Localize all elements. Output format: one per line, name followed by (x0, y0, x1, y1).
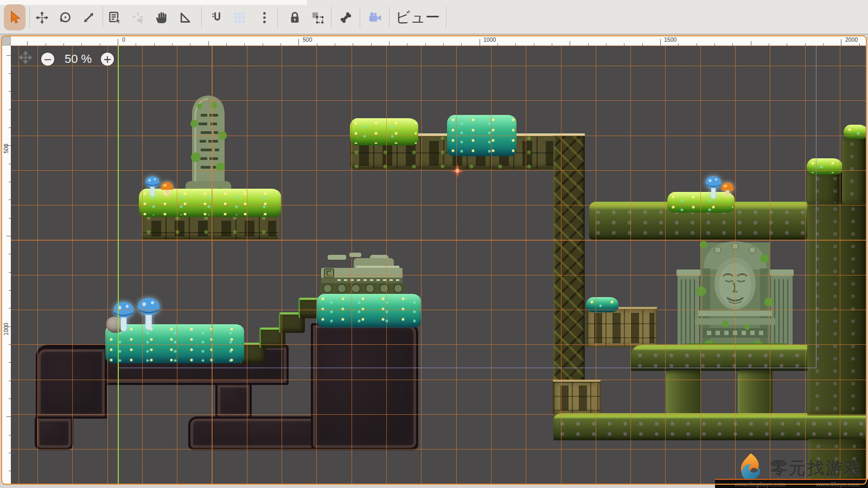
toolbar-separator (103, 7, 103, 28)
zoom-out-button[interactable]: − (41, 53, 54, 66)
ruler-label: 1500 (664, 36, 676, 43)
tile-grass-cap[interactable] (844, 125, 867, 139)
ruler-tick (208, 41, 209, 46)
vertical-ruler: 5001000 (2, 46, 11, 484)
toolbar-separator (331, 7, 331, 28)
scene-bounds-guide-horizontal (118, 368, 816, 368)
view-menu-button[interactable]: ビュー (392, 3, 444, 31)
set-square-icon (178, 10, 193, 25)
rotate-tool-button[interactable] (54, 4, 76, 30)
grid-snap-tool-button[interactable] (228, 4, 250, 30)
tile-grass-cap-green[interactable] (350, 118, 418, 145)
tile-far-right-column[interactable] (842, 137, 867, 204)
ruler-tick (118, 39, 118, 46)
ruler-tick (660, 39, 661, 46)
blue-mushroom[interactable] (143, 175, 162, 197)
magnet-snap-tool-button[interactable] (206, 4, 228, 30)
arrange-transform-tool-button[interactable] (307, 4, 328, 30)
ruler-label: 500 (303, 36, 312, 43)
toolbar-separator (446, 7, 446, 28)
toolbar-separator (29, 7, 30, 28)
grid-icon-disabled (232, 10, 247, 25)
movie-camera-icon (368, 10, 382, 25)
toolbar-separator (277, 7, 278, 28)
tile-far-right-step[interactable] (807, 171, 843, 204)
tile-grass-cap[interactable] (807, 158, 843, 175)
orange-mushroom[interactable] (720, 180, 735, 198)
stone-face-statue[interactable] (676, 237, 794, 352)
scene-bounds-guide-vertical (816, 46, 816, 368)
move-arrows-icon (35, 10, 49, 25)
tile-grass-tuft[interactable] (586, 297, 618, 312)
origin-guide-line (118, 46, 119, 484)
camera-preview-tool-button[interactable] (364, 4, 386, 30)
magnet-icon (210, 10, 225, 25)
ruler-tick (841, 39, 841, 46)
scale-tool-button[interactable] (78, 4, 99, 30)
tile-upper-bridge[interactable] (631, 345, 812, 371)
tile-column-base[interactable] (552, 380, 601, 414)
pan-tool-button[interactable] (151, 4, 173, 30)
tile-diamond-column[interactable] (553, 136, 585, 406)
tile-grass-cap-teal[interactable] (447, 115, 516, 156)
ruler-label: 1000 (483, 36, 496, 43)
bone-tool-button[interactable] (335, 4, 356, 30)
bone-icon (339, 10, 353, 25)
select-tool-button[interactable] (4, 4, 25, 30)
tile-ruin-platform-left[interactable] (142, 213, 279, 240)
ruler-tick (27, 41, 28, 46)
ruler-tick (7, 416, 11, 417)
transform-squares-icon (310, 10, 325, 25)
tile-far-right-foot[interactable] (808, 439, 867, 484)
blue-mushroom[interactable] (112, 298, 136, 334)
stone-monument[interactable] (182, 91, 234, 194)
tile-lower-bridge[interactable] (553, 413, 867, 440)
horizontal-ruler: 0500100015002000 (11, 36, 866, 46)
kebab-menu-icon (257, 10, 272, 25)
scene-canvas[interactable]: − 50 % + (11, 46, 867, 484)
zoom-level-value: 50 % (59, 52, 98, 66)
ruler-tick (298, 39, 299, 46)
tile-glyph-block[interactable] (586, 307, 658, 347)
ruler-tick (480, 39, 480, 46)
ruler-tick (7, 55, 11, 56)
blue-mushroom[interactable] (704, 174, 723, 201)
ruined-tank[interactable] (318, 252, 408, 298)
ruler-label: 500 (3, 139, 9, 158)
more-options-button[interactable] (253, 4, 275, 30)
ruler-tick (389, 41, 390, 46)
ruler-tick (7, 236, 11, 236)
ruler-label: 1000 (3, 320, 9, 338)
level-editor-window: ビュー 0500100015002000 5001000 (0, 0, 868, 488)
measure-tool-button[interactable] (174, 4, 196, 30)
tile-cave-left-leg[interactable] (36, 347, 107, 419)
ruler-label: 0 (122, 36, 125, 43)
orange-mushroom[interactable] (160, 180, 174, 197)
rotate-icon (58, 10, 73, 25)
hand-icon (155, 10, 169, 25)
tile-cave-big-block[interactable] (311, 323, 418, 450)
lock-icon (288, 10, 302, 25)
move-tool-button[interactable] (31, 4, 53, 30)
tile-teal-grass-mid[interactable] (317, 294, 421, 328)
toolbar-separator (389, 7, 390, 28)
crosshair-cursor-icon-disabled (131, 10, 146, 25)
toolbar-separator (201, 7, 202, 28)
lock-tool-button[interactable] (284, 4, 305, 30)
blue-mushroom[interactable] (136, 293, 162, 334)
tile-cave-left-foot[interactable] (35, 416, 73, 450)
ruler-label: 2000 (845, 36, 858, 43)
zoom-in-button[interactable]: + (101, 53, 114, 66)
tile-bridge-pillar[interactable] (666, 370, 701, 416)
snap-cursor-tool-button[interactable] (127, 4, 149, 30)
rect-select-tool-button[interactable] (104, 4, 126, 30)
scale-diagonal-icon (81, 10, 96, 25)
tile-cave-connector[interactable] (215, 383, 252, 419)
ruler-corner (2, 36, 11, 46)
tile-bridge-pillar[interactable] (738, 370, 773, 416)
ruler-tick (751, 41, 751, 46)
toolbar-separator (360, 7, 360, 28)
toolbar: ビュー (0, 0, 868, 35)
cursor-arrow-icon (8, 10, 22, 25)
anchor-point-marker[interactable] (450, 164, 464, 178)
